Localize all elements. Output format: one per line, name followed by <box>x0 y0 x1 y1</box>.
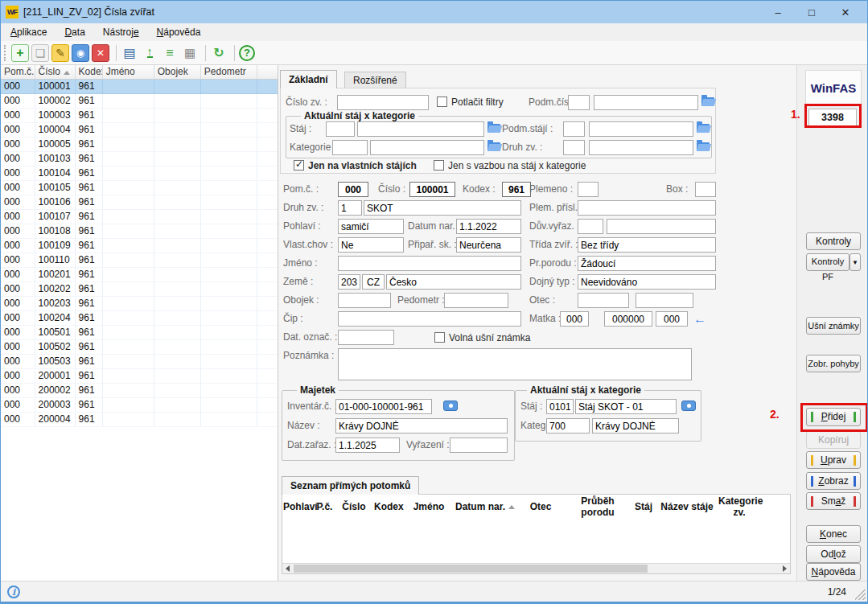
uprav-button[interactable]: Uprav <box>806 451 861 469</box>
help-icon[interactable]: ? <box>239 45 255 61</box>
cislo-field[interactable] <box>409 182 455 197</box>
datum-nar-field[interactable] <box>456 219 521 234</box>
staj-filter-folder-icon[interactable] <box>487 124 500 133</box>
staj-kat-staj-field[interactable] <box>575 399 677 414</box>
animal-col-pedometr[interactable]: Pedometr <box>200 65 257 79</box>
majetek-nazev-field[interactable] <box>335 418 508 433</box>
potomci-col-p-c[interactable]: P.č. <box>315 495 335 519</box>
animal-col-cislo[interactable]: Číslo <box>35 65 75 79</box>
druh-zv-filter-folder-icon[interactable] <box>697 142 710 151</box>
scroll-thumb[interactable] <box>294 565 648 573</box>
plem-prisl-field[interactable] <box>578 200 716 216</box>
dat-oznac-field[interactable] <box>338 330 394 345</box>
kontroly-pf-dropdown-icon[interactable]: ▼ <box>849 253 861 271</box>
podm-staji-code-input[interactable] <box>563 121 585 137</box>
table-row[interactable]: 000100202961 <box>1 281 278 296</box>
obojek-field[interactable] <box>338 293 391 308</box>
minimize-button[interactable]: – <box>761 6 795 18</box>
edit-icon[interactable]: ✎ <box>51 44 69 62</box>
table-row[interactable]: 000100501961 <box>1 325 278 339</box>
menu-item-aplikace[interactable]: Aplikace <box>4 25 53 39</box>
cip-field[interactable] <box>338 311 521 327</box>
view-icon[interactable]: ◉ <box>72 44 89 62</box>
potomci-col-cislo[interactable]: Číslo <box>335 495 373 519</box>
potomci-col-prubeh-porodu[interactable]: Průběh porodu <box>565 495 631 519</box>
zeme-iso-field[interactable] <box>362 274 385 290</box>
vlast-chov-field[interactable] <box>338 237 404 253</box>
jen-vazba-checkbox[interactable] <box>434 160 444 171</box>
vyrazeni-field[interactable] <box>450 438 508 453</box>
scroll-left-icon[interactable] <box>282 564 293 573</box>
potomci-col-kategorie-zv[interactable]: Kategorie zv. <box>718 495 761 519</box>
table-row[interactable]: 000200004961 <box>1 412 278 426</box>
inventar-c-field[interactable] <box>335 399 432 414</box>
print-icon[interactable]: ▤ <box>121 44 138 62</box>
table-row[interactable]: 000100002961 <box>1 93 278 108</box>
pohlavi-field[interactable] <box>338 219 404 234</box>
druh-zv-field[interactable] <box>364 200 521 216</box>
animal-col-jmeno[interactable]: Jméno <box>102 65 154 79</box>
plemeno-field[interactable] <box>578 182 599 197</box>
otec-field[interactable] <box>636 293 693 308</box>
matka-back-arrow-icon[interactable]: ← <box>693 311 706 327</box>
table-row[interactable]: 000200002961 <box>1 383 278 397</box>
pridej-button[interactable]: Přidej <box>806 408 861 426</box>
table-row[interactable]: 000100105961 <box>1 180 278 195</box>
table-row[interactable]: 000100201961 <box>1 267 278 281</box>
potomci-col-nazev-staje[interactable]: Název stáje <box>656 495 718 519</box>
table-row[interactable]: 000100502961 <box>1 339 278 354</box>
matka-part1-field[interactable] <box>560 311 589 327</box>
copy-icon[interactable]: ❏ <box>31 44 49 62</box>
potomci-col-kodex[interactable]: Kodex <box>373 495 404 519</box>
zeme-code-field[interactable] <box>338 274 360 290</box>
usni-znamky-button[interactable]: Ušní známky <box>806 317 861 335</box>
trida-zvir-field[interactable] <box>578 237 716 253</box>
podm-cisel-input[interactable] <box>594 95 698 110</box>
menu-item-napoveda[interactable]: Nápověda <box>150 25 208 39</box>
box-field[interactable] <box>695 182 716 197</box>
staj-kat-kateg-field[interactable] <box>592 418 679 433</box>
scroll-right-icon[interactable] <box>780 564 790 573</box>
table-row[interactable]: 000100103961 <box>1 151 278 166</box>
jmeno-field[interactable] <box>338 256 521 271</box>
tab-rozsirene[interactable]: Rozšířené <box>344 72 406 88</box>
dojny-typ-field[interactable] <box>578 274 716 290</box>
potomci-col-datum-nar[interactable]: Datum nar. <box>454 495 516 519</box>
list-icon[interactable]: ≡ <box>161 44 179 62</box>
table-row[interactable]: 000100107961 <box>1 209 278 224</box>
kategorie-filter-code-input[interactable] <box>332 140 368 155</box>
druh-zv-filter-input[interactable] <box>589 140 693 155</box>
matka-part3-field[interactable] <box>656 311 688 327</box>
napoveda-button[interactable]: Nápověda <box>806 563 861 581</box>
potomci-col-otec[interactable]: Otec <box>516 495 565 519</box>
table-row[interactable]: 000100110961 <box>1 253 278 267</box>
maximize-button[interactable]: □ <box>795 6 829 18</box>
refresh-icon[interactable]: ↻ <box>210 44 228 62</box>
podm-staji-input[interactable] <box>589 121 693 137</box>
potomci-col-nazev[interactable]: Název <box>761 495 791 519</box>
close-button[interactable]: ✕ <box>829 6 862 18</box>
kontroly-pf-button[interactable]: Kontroly PF <box>806 253 849 271</box>
majetek-view-icon[interactable] <box>443 401 458 411</box>
table-row[interactable]: 000100004961 <box>1 122 278 137</box>
duv-vyraz-field[interactable] <box>607 219 716 234</box>
menu-item-data[interactable]: Data <box>58 25 91 39</box>
staj-filter-code-input[interactable] <box>326 121 355 137</box>
table-row[interactable]: 000100104961 <box>1 166 278 180</box>
table-row[interactable]: 000100106961 <box>1 195 278 209</box>
toolbar-grip[interactable] <box>4 45 7 61</box>
menu-item-nastroje[interactable]: Nástroje <box>97 25 146 39</box>
resize-grip[interactable] <box>855 590 866 600</box>
podm-cisel-code-input[interactable] <box>568 95 590 110</box>
smaz-button[interactable]: Smaž <box>806 492 861 510</box>
table-row[interactable]: 000100001961 <box>1 79 278 93</box>
delete-icon[interactable]: ✕ <box>92 44 109 62</box>
jen-vlastnich-checkbox[interactable] <box>294 160 304 171</box>
potomci-col-pohlavi[interactable]: Pohlaví <box>282 495 315 519</box>
staj-kat-kateg-code-field[interactable] <box>546 418 590 433</box>
table-row[interactable]: 000100204961 <box>1 310 278 325</box>
pom-c-field[interactable] <box>338 182 368 197</box>
podm-cisel-folder-icon[interactable] <box>701 97 714 106</box>
table-row[interactable]: 000100503961 <box>1 354 278 368</box>
potlacit-filtry-checkbox[interactable] <box>437 97 447 107</box>
